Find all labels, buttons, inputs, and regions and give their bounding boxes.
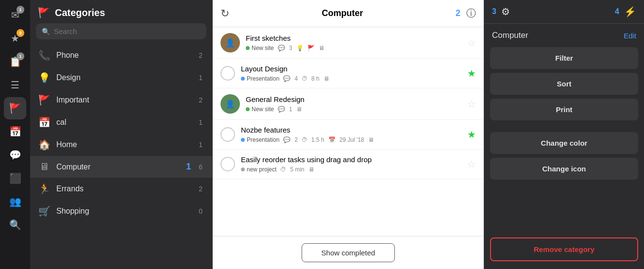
header-badge: 2	[456, 8, 460, 18]
right-panel: 3 ⚙ 4 ⚡ Computer Edit Filter Sort Print …	[484, 0, 644, 269]
sidebar-item-projects[interactable]: ⬛	[4, 167, 26, 189]
task-meta-first-sketches: New site 💬 3 💡 🚩 🖥	[246, 45, 461, 51]
sidebar-item-comments[interactable]: 💬	[4, 144, 26, 166]
edit-button[interactable]: Edit	[624, 32, 636, 40]
show-completed-button[interactable]: Show completed	[302, 243, 395, 262]
category-label-phone: Phone	[56, 51, 193, 60]
star-general-redesign[interactable]: ☆	[467, 98, 476, 110]
task-title-drag: Easily reorder tasks using drag and drop	[241, 155, 461, 164]
sidebar: 🚩 Categories 🔍 📞 Phone 2 💡 Design 1 🚩 Im…	[30, 0, 213, 269]
monitor-icon-fs: 🖥	[319, 45, 324, 51]
task-item-first-sketches[interactable]: 👤 First sketches New site 💬 3 💡 🚩 🖥 ☆	[213, 27, 484, 59]
tag-label-drag: new project	[247, 166, 276, 173]
task-item-drag-drop[interactable]: Easily reorder tasks using drag and drop…	[213, 150, 484, 179]
sidebar-item-search[interactable]: 🔍	[4, 214, 26, 236]
projects-icon: ⬛	[9, 172, 21, 184]
task-item-general-redesign[interactable]: 👤 General Redesign New site 💬 1 🖥 ☆	[213, 88, 484, 120]
clock-icon-nozbe: ⏱	[302, 136, 307, 143]
sidebar-item-inbox[interactable]: 📋 1	[4, 50, 26, 73]
star-first-sketches[interactable]: ☆	[467, 37, 476, 49]
flag-icon: 🚩	[9, 102, 21, 114]
task-tag-layout: Presentation	[241, 75, 279, 82]
category-count-errands: 2	[199, 185, 203, 193]
comment-icon-gr: 💬	[278, 106, 285, 113]
meta-comments-icon-fs: 💬	[278, 45, 285, 51]
category-badge-computer: 1	[186, 162, 191, 172]
home-icon: 🏠	[38, 139, 51, 151]
team-icon: 👥	[9, 196, 21, 207]
category-item-design[interactable]: 💡 Design 1	[30, 67, 212, 89]
task-item-layout-design[interactable]: Layout Design Presentation 💬 4 ⏱ 8 h 🖥 ★	[213, 59, 484, 88]
clock-icon-drag: ⏱	[280, 166, 286, 173]
main-content: ↻ Computer 2 ⓘ 👤 First sketches New site…	[213, 0, 484, 269]
category-item-important[interactable]: 🚩 Important 2	[30, 89, 212, 111]
settings-icon[interactable]: ⚙	[501, 6, 510, 17]
refresh-icon[interactable]: ↻	[220, 7, 229, 20]
category-item-phone[interactable]: 📞 Phone 2	[30, 44, 212, 67]
task-title-first-sketches: First sketches	[246, 34, 461, 42]
sidebar-item-tasks[interactable]: ☰	[4, 74, 26, 96]
tab-num-4: 4	[615, 7, 619, 16]
due-date-nozbe: 29 Jul '18	[339, 136, 364, 143]
comment-icon-layout: 💬	[283, 75, 290, 82]
calendar-icon: 📅	[9, 126, 21, 137]
category-item-errands[interactable]: 🏃 Errands 2	[30, 178, 212, 200]
clock-icon-layout: ⏱	[302, 75, 307, 82]
change-color-button[interactable]: Change color	[490, 132, 638, 154]
tag-dot-nozbe	[241, 138, 245, 142]
comment-count-gr: 1	[289, 106, 292, 113]
task-list: 👤 First sketches New site 💬 3 💡 🚩 🖥 ☆	[213, 27, 484, 236]
task-title-general-redesign: General Redesign	[246, 95, 461, 103]
tag-label-nozbe: Presentation	[247, 136, 279, 143]
category-label-errands: Errands	[56, 185, 193, 193]
star-nozbe[interactable]: ★	[467, 129, 476, 140]
task-item-nozbe[interactable]: Nozbe features Presentation 💬 2 ⏱ 1.5 h …	[213, 120, 484, 150]
info-icon[interactable]: ⓘ	[466, 7, 476, 20]
star-layout[interactable]: ★	[467, 67, 476, 79]
category-label-design: Design	[56, 73, 193, 82]
comment-icon-nozbe: 💬	[283, 136, 290, 143]
duration-layout: 8 h	[311, 75, 320, 82]
star-drag[interactable]: ☆	[467, 158, 476, 170]
change-icon-button[interactable]: Change icon	[490, 158, 638, 180]
category-item-shopping[interactable]: 🛒 Shopping 0	[30, 200, 212, 222]
sidebar-item-team[interactable]: 👥	[4, 190, 26, 213]
category-item-computer[interactable]: 🖥 Computer 1 6	[30, 156, 212, 178]
main-header: ↻ Computer 2 ⓘ	[213, 0, 484, 27]
duration-nozbe: 1.5 h	[311, 136, 324, 143]
monitor-icon-drag: 🖥	[308, 166, 314, 173]
task-tag-first-sketches: New site	[246, 45, 274, 51]
search-input[interactable]	[54, 27, 201, 35]
sidebar-item-categories[interactable]: 🚩	[4, 97, 26, 119]
task-tag-gr: New site	[246, 106, 274, 113]
lightning-icon[interactable]: ⚡	[624, 6, 636, 17]
task-meta-nozbe: Presentation 💬 2 ⏱ 1.5 h 📅 29 Jul '18 🖥	[241, 136, 461, 143]
category-item-cal[interactable]: 📅 cal 1	[30, 111, 212, 134]
sort-button[interactable]: Sort	[490, 73, 638, 95]
show-completed-bar: Show completed	[213, 236, 484, 269]
sidebar-item-favorites[interactable]: ★ 9	[4, 27, 26, 50]
remove-category-button[interactable]: Remove category	[490, 237, 638, 261]
task-circle-drag	[220, 157, 235, 171]
task-meta-drag: new project ⏱ 5 min 🖥	[241, 166, 461, 173]
category-count-computer: 6	[199, 163, 203, 171]
sidebar-item-calendar[interactable]: 📅	[4, 120, 26, 143]
category-label-computer: Computer	[56, 163, 180, 171]
shopping-icon: 🛒	[38, 205, 51, 217]
right-section-title: Computer	[492, 31, 624, 40]
tag-dot-first-sketches	[246, 46, 250, 50]
task-tag-nozbe: Presentation	[241, 136, 279, 143]
category-label-home: Home	[56, 140, 193, 149]
task-circle-nozbe	[220, 127, 235, 142]
category-count-cal: 1	[199, 118, 203, 126]
filter-button[interactable]: Filter	[490, 47, 638, 69]
category-item-home[interactable]: 🏠 Home 1	[30, 134, 212, 156]
print-button[interactable]: Print	[490, 99, 638, 120]
sidebar-item-notifications[interactable]: ✉ 1	[4, 4, 26, 26]
monitor-icon-nozbe: 🖥	[368, 136, 374, 143]
tab-num-3: 3	[492, 7, 496, 16]
notifications-badge: 1	[17, 6, 24, 14]
search-box[interactable]: 🔍	[36, 23, 206, 39]
task-body-general-redesign: General Redesign New site 💬 1 🖥	[246, 95, 461, 113]
sidebar-title: Categories	[55, 7, 105, 18]
